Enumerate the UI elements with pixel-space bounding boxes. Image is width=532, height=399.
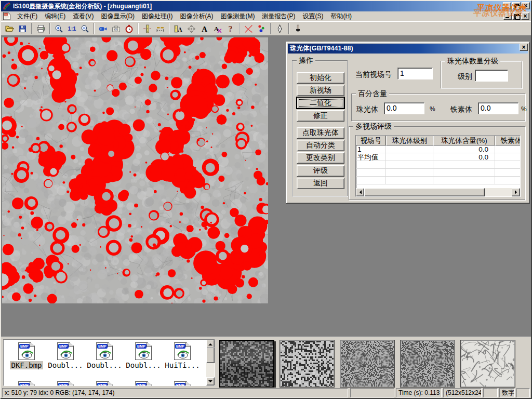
return-button[interactable]: 返回 [297, 178, 344, 189]
video-capture-button[interactable] [97, 22, 110, 35]
menu-help[interactable]: 帮助(H) [327, 11, 355, 22]
pick-pearlite-button[interactable]: 点取珠光体 [297, 127, 344, 139]
metallograph-image[interactable] [2, 37, 268, 303]
file-name[interactable]: DKF.bmp [10, 361, 43, 369]
table-row[interactable]: 1 0.0 [356, 145, 520, 153]
menu-view[interactable]: 查看(V) [69, 11, 97, 22]
video-camera-icon [99, 24, 108, 33]
thumbnail-1[interactable] [219, 340, 274, 388]
child-close-button[interactable] [521, 12, 529, 20]
timer-button[interactable] [123, 22, 136, 35]
caliper-button[interactable] [141, 22, 154, 35]
scroll-right-button[interactable] [512, 188, 520, 196]
line-measure-button[interactable] [154, 22, 167, 35]
file-item[interactable]: BMP Doubl... [47, 342, 84, 369]
help-icon: ? [226, 24, 235, 33]
text-tool-button[interactable]: A [198, 22, 211, 35]
floppy-icon [18, 24, 27, 33]
thumbnail-2[interactable] [280, 340, 335, 388]
file-item-partial[interactable]: BMP [8, 381, 45, 386]
thumbnail-5[interactable] [460, 340, 515, 388]
file-name[interactable]: Doubl... [47, 361, 84, 369]
curve-tool-button[interactable] [242, 22, 255, 35]
change-class-button[interactable]: 更改类别 [297, 152, 344, 164]
table-hscrollbar[interactable] [356, 188, 520, 196]
binarize-button[interactable]: 二值化 [297, 97, 344, 109]
actual-size-button[interactable]: 1:1 [65, 22, 78, 35]
file-item[interactable]: BMP Doubl... [86, 342, 123, 369]
file-item-partial[interactable]: BMP [164, 381, 201, 386]
zoom-out-button[interactable] [78, 22, 91, 35]
menu-image-analysis[interactable]: 图像分析(A) [176, 11, 217, 22]
scroll-thumb[interactable] [206, 348, 215, 363]
restore-button[interactable] [512, 2, 521, 9]
camera-icon [112, 24, 121, 33]
child-minimize-button[interactable] [503, 12, 512, 20]
ferrite-percent-input[interactable]: 0.0 [478, 102, 518, 114]
init-button[interactable]: 初始化 [297, 72, 344, 84]
file-name[interactable]: Doubl... [86, 361, 123, 369]
grade-input[interactable] [475, 70, 508, 82]
status-time: Time (s): 0.113 [396, 388, 442, 397]
title-bar: IS100显微摄像系统(金相分析版) - [zhuguangti01] [1, 1, 531, 11]
help-button[interactable]: ? [224, 22, 237, 35]
dialog-title-bar[interactable]: 珠光体(GB/T9441-88) [288, 44, 528, 54]
scroll-up-button[interactable] [206, 340, 215, 348]
thumbnail-3[interactable] [340, 340, 395, 388]
thumbnail-4[interactable] [400, 340, 455, 388]
menu-settings[interactable]: 设置(S) [299, 11, 327, 22]
snapshot-button[interactable] [110, 22, 123, 35]
rating-group-label: 多视场评级 [353, 122, 394, 131]
pearlite-percent-input[interactable]: 0.0 [384, 102, 424, 114]
menu-image-measure[interactable]: 图像测量(M) [217, 11, 258, 22]
minimize-button[interactable] [503, 2, 511, 9]
toolbar: 1:1 A A A ? [1, 21, 531, 36]
grade-group-label: 珠光体数量分级 [445, 57, 500, 66]
scroll-thumb[interactable] [364, 188, 485, 196]
child-restore-button[interactable] [512, 12, 521, 20]
file-list-scrollbar[interactable] [206, 340, 215, 385]
rate-button[interactable]: 评级 [297, 165, 344, 177]
document-icon[interactable]: DOC [3, 12, 11, 20]
file-name[interactable]: HuiTi... [164, 361, 201, 369]
move-tool-button[interactable] [185, 22, 198, 35]
table-header-row: 视场号 珠光体级别 珠光体含量(%) 铁素体含量(%) [356, 136, 520, 145]
ferrite-percent-unit: % [521, 105, 527, 113]
menu-file[interactable]: 文件(F) [14, 11, 41, 22]
menu-image-display[interactable]: 图像显示(D) [97, 11, 138, 22]
col-ferrite-pct[interactable]: 铁素体含量(%) [495, 136, 521, 145]
marker-tool-button[interactable] [255, 22, 268, 35]
brush-tool-button[interactable] [291, 22, 304, 35]
delete-text-button[interactable]: A [211, 22, 224, 35]
file-name[interactable]: Doubl... [125, 361, 162, 369]
menu-report[interactable]: 测量报告(P) [258, 11, 299, 22]
correct-button[interactable]: 修正 [297, 110, 344, 122]
menu-edit[interactable]: 编辑(E) [41, 11, 69, 22]
horizontal-ruler-icon [156, 24, 165, 33]
save-button[interactable] [16, 22, 29, 35]
scroll-left-button[interactable] [356, 188, 364, 196]
scroll-down-button[interactable] [206, 377, 215, 385]
file-item[interactable]: BMP Doubl... [125, 342, 162, 369]
measure-label-button[interactable]: A [172, 22, 185, 35]
new-field-button[interactable]: 新视场 [297, 85, 344, 96]
open-button[interactable] [3, 22, 16, 35]
zoom-in-button[interactable] [52, 22, 65, 35]
col-pearlite-grade[interactable]: 珠光体级别 [386, 136, 433, 145]
current-view-input[interactable]: 1 [397, 68, 433, 79]
file-item-partial[interactable]: BMP [47, 381, 84, 386]
dialog-close-button[interactable] [520, 44, 528, 51]
col-pearlite-pct[interactable]: 珠光体含量(%) [433, 136, 495, 145]
bmp-file-icon: BMP [96, 342, 113, 360]
file-item[interactable]: BMP DKF.bmp [8, 342, 45, 369]
probe-tool-button[interactable] [273, 22, 286, 35]
file-item[interactable]: BMP HuiTi... [164, 342, 201, 369]
print-button[interactable] [34, 22, 47, 35]
menu-image-process[interactable]: 图像处理(I) [138, 11, 176, 22]
col-field-no[interactable]: 视场号 [356, 136, 386, 145]
table-row[interactable]: 平均值 0.0 [356, 153, 520, 161]
close-button[interactable] [522, 2, 530, 9]
file-item-partial[interactable]: BMP [125, 381, 162, 386]
auto-classify-button[interactable]: 自动分类 [297, 140, 344, 151]
file-item-partial[interactable]: BMP [86, 381, 123, 386]
